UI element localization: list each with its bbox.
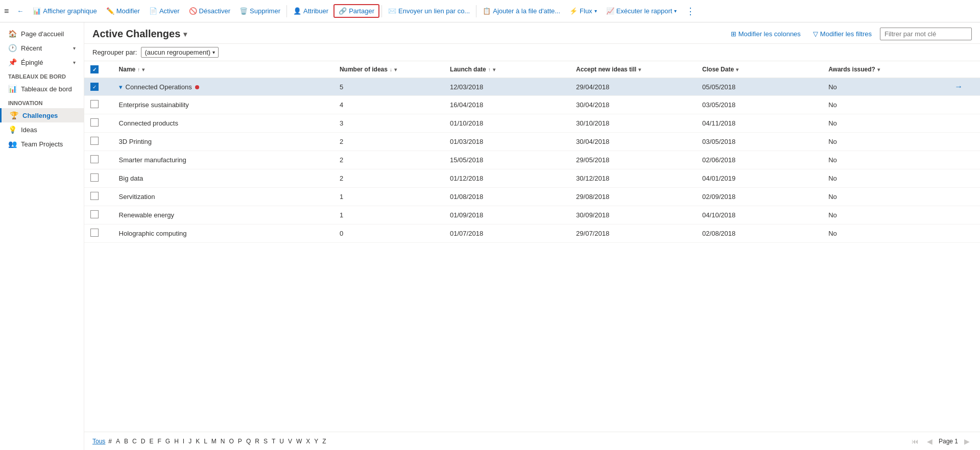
alpha-char[interactable]: W: [295, 438, 303, 445]
select-all-checkbox[interactable]: ✓: [90, 65, 99, 73]
row-checkbox[interactable]: [90, 137, 99, 145]
row-checkbox[interactable]: [90, 210, 99, 218]
table-row[interactable]: Big data201/12/201830/12/201804/01/2019N…: [84, 169, 980, 188]
prev-page-button[interactable]: ◀: [925, 436, 935, 446]
attribuer-button[interactable]: 👤 Attribuer: [289, 5, 332, 17]
table-row[interactable]: Smarter manufacturing215/05/201829/05/20…: [84, 151, 980, 169]
row-checkbox[interactable]: [90, 229, 99, 237]
row-checkbox[interactable]: [90, 192, 99, 200]
alpha-char[interactable]: I: [182, 438, 185, 445]
ajouter-file-button[interactable]: 📋 Ajouter à la file d'atte...: [479, 5, 564, 17]
sidebar-item-challenges[interactable]: 🏆 Challenges: [0, 108, 84, 122]
col-launch-date[interactable]: Launch date ↑ ▾: [444, 61, 570, 78]
alpha-char[interactable]: L: [203, 438, 208, 445]
table-row[interactable]: Servitization101/08/201829/08/201802/09/…: [84, 188, 980, 206]
alpha-char[interactable]: U: [278, 438, 285, 445]
modifier-button[interactable]: ✏️ Modifier: [102, 5, 144, 17]
col-accept-ideas[interactable]: Accept new ideas till ▾: [570, 61, 696, 78]
modify-columns-button[interactable]: ⊞ Modifier les colonnes: [727, 28, 805, 40]
chart-icon: 📊: [33, 7, 41, 15]
filter-input[interactable]: [880, 28, 972, 40]
col-name[interactable]: Name ↑ ▾: [113, 61, 333, 78]
alpha-char[interactable]: S: [262, 438, 269, 445]
row-checkbox[interactable]: [90, 100, 99, 108]
alpha-char[interactable]: K: [195, 438, 201, 445]
alpha-char[interactable]: #: [107, 438, 113, 445]
alpha-char[interactable]: P: [237, 438, 243, 445]
rapport-button[interactable]: 📈 Exécuter le rapport ▾: [602, 5, 681, 17]
first-page-button[interactable]: ⏮: [910, 436, 921, 446]
table-row[interactable]: Connected products301/10/201830/10/20180…: [84, 114, 980, 133]
alpha-char[interactable]: T: [271, 438, 276, 445]
cell-awards: No: [822, 78, 948, 96]
row-checkbox[interactable]: [90, 118, 99, 127]
alpha-char[interactable]: B: [123, 438, 129, 445]
table-row[interactable]: Holographic computing001/07/201829/07/20…: [84, 224, 980, 243]
cell-accept-ideas: 29/08/2018: [570, 188, 696, 206]
recent-chevron-icon: ▾: [73, 45, 76, 51]
row-checkbox[interactable]: [90, 173, 99, 182]
afficher-graphique-button[interactable]: 📊 Afficher graphique: [29, 5, 101, 17]
flux-button[interactable]: ⚡ Flux ▾: [565, 5, 601, 17]
table-row[interactable]: ✓▾Connected Operations512/03/201829/04/2…: [84, 78, 980, 96]
next-page-button[interactable]: ▶: [962, 436, 972, 446]
alpha-char[interactable]: F: [156, 438, 162, 445]
alpha-char[interactable]: C: [131, 438, 138, 445]
sidebar-item-epingle[interactable]: 📌 Épinglé ▾: [0, 55, 84, 69]
alpha-char[interactable]: Q: [245, 438, 252, 445]
envoyer-button[interactable]: ✉️ Envoyer un lien par co...: [384, 5, 474, 17]
alpha-char[interactable]: G: [164, 438, 171, 445]
groupby-select[interactable]: (aucun regroupement) ▾: [141, 47, 219, 58]
table-row[interactable]: Renewable energy101/09/201830/09/201804/…: [84, 206, 980, 224]
sidebar-item-recent[interactable]: 🕐 Récent ▾: [0, 41, 84, 55]
cell-awards: No: [822, 206, 948, 224]
more-button[interactable]: ⋮: [682, 4, 699, 19]
cell-accept-ideas: 30/04/2018: [570, 133, 696, 151]
alpha-char[interactable]: J: [187, 438, 193, 445]
back-button[interactable]: ←: [13, 5, 28, 17]
alpha-tous[interactable]: Tous: [92, 438, 105, 445]
alpha-char[interactable]: O: [228, 438, 235, 445]
partager-button[interactable]: 🔗 Partager: [333, 4, 379, 18]
share-icon: 🔗: [339, 7, 347, 15]
alpha-char[interactable]: Y: [313, 438, 319, 445]
table-row[interactable]: 3D Printing201/03/201830/04/201803/05/20…: [84, 133, 980, 151]
modify-filters-button[interactable]: ▽ Modifier les filtres: [809, 28, 876, 40]
alpha-char[interactable]: X: [305, 438, 311, 445]
alpha-char[interactable]: H: [173, 438, 180, 445]
alpha-char[interactable]: E: [148, 438, 154, 445]
supprimer-button[interactable]: 🗑️ Supprimer: [235, 5, 284, 17]
sidebar-label-epingle: Épinglé: [21, 59, 43, 66]
alpha-char[interactable]: V: [287, 438, 293, 445]
header-actions: ⊞ Modifier les colonnes ▽ Modifier les f…: [727, 28, 972, 40]
cell-num-ideas: 2: [333, 151, 444, 169]
toolbar: ≡ ← 📊 Afficher graphique ✏️ Modifier 📄 A…: [0, 0, 980, 22]
alpha-char[interactable]: D: [140, 438, 147, 445]
desactiver-button[interactable]: 🚫 Désactiver: [185, 5, 234, 17]
row-checkbox[interactable]: [90, 155, 99, 163]
alpha-char[interactable]: Z: [321, 438, 327, 445]
col-num-ideas[interactable]: Number of ideas ↓ ▾: [333, 61, 444, 78]
cell-name: Renewable energy: [113, 206, 333, 224]
hamburger-menu[interactable]: ≡: [4, 7, 9, 16]
sidebar-item-accueil[interactable]: 🏠 Page d'accueil: [0, 27, 84, 41]
alpha-char[interactable]: A: [115, 438, 121, 445]
table-body: ✓▾Connected Operations512/03/201829/04/2…: [84, 78, 980, 243]
title-chevron-icon[interactable]: ▾: [183, 30, 187, 38]
sidebar-item-teamprojects[interactable]: 👥 Team Projects: [0, 137, 84, 151]
col-close-date[interactable]: Close Date ▾: [696, 61, 822, 78]
alpha-char[interactable]: N: [220, 438, 226, 445]
challenges-table: ✓ Name ↑ ▾ Number of ide: [84, 61, 980, 243]
activer-button[interactable]: 📄 Activer: [145, 5, 184, 17]
alpha-char[interactable]: R: [254, 438, 260, 445]
row-expand-chevron-icon[interactable]: ▾: [119, 83, 123, 91]
alpha-char[interactable]: M: [210, 438, 218, 445]
row-checkbox[interactable]: ✓: [90, 83, 99, 91]
table-row[interactable]: Enterprise sustainability416/04/201830/0…: [84, 96, 980, 114]
home-icon: 🏠: [8, 30, 17, 38]
sidebar-item-ideas[interactable]: 💡 Ideas: [0, 122, 84, 137]
row-navigate-arrow-icon[interactable]: →: [954, 82, 963, 91]
col-awards[interactable]: Awards issued? ▾: [822, 61, 948, 78]
sidebar-item-tableaux[interactable]: 📊 Tableaux de bord: [0, 82, 84, 96]
cell-close-date: 03/05/2018: [696, 133, 822, 151]
